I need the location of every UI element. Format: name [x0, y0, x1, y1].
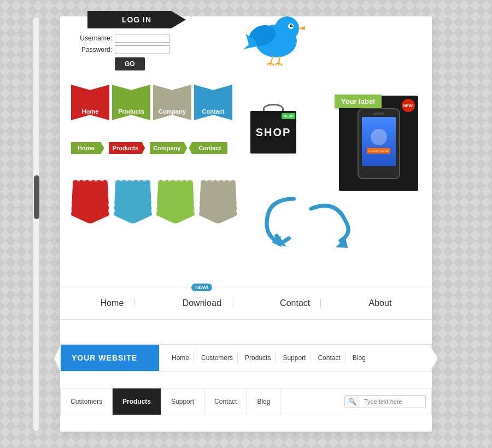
shop-section: SHOP NEW! — [249, 101, 298, 158]
website-nav-support[interactable]: Support — [278, 352, 311, 363]
bottom-nav-products[interactable]: Products — [113, 388, 161, 415]
login-button-wrapper: LOG IN — [71, 11, 191, 28]
product-box: Your label NEW! CLICK HERE! — [339, 85, 421, 191]
nav-flat-company[interactable]: Company — [147, 142, 187, 154]
password-input[interactable] — [115, 45, 169, 54]
bottom-nav-blog[interactable]: Blog — [247, 388, 280, 415]
shop-label: SHOP — [256, 126, 291, 139]
shop-new-badge: NEW! — [282, 113, 295, 119]
svg-point-2 — [275, 16, 299, 40]
product-box-body: NEW! CLICK HERE! — [339, 96, 418, 191]
scrollbar-thumb[interactable] — [34, 175, 39, 219]
svg-line-15 — [279, 63, 283, 66]
horiz-nav-about[interactable]: About — [358, 296, 403, 311]
website-nav-blog[interactable]: Blog — [348, 352, 370, 363]
product-ribbon: Your label — [335, 95, 382, 108]
login-button[interactable]: LOG IN — [87, 11, 186, 28]
download-label: Download — [183, 298, 221, 308]
bottom-nav-support[interactable]: Support — [161, 388, 204, 415]
website-nav-home[interactable]: Home — [167, 352, 194, 363]
pocket-tab-1[interactable] — [71, 180, 109, 224]
website-nav-products[interactable]: Products — [241, 352, 276, 363]
search-icon-button[interactable]: 🔍 — [345, 396, 360, 408]
nav-bookmark-company[interactable]: Company — [153, 85, 191, 120]
left-fold — [54, 345, 61, 372]
pocket-tabs — [71, 180, 237, 224]
login-form: Username: Password: GO — [77, 34, 191, 70]
bottom-nav: Customers Products Support Contact Blog … — [60, 388, 432, 415]
nav-flat-home[interactable]: Home — [71, 142, 104, 154]
phone-screen: CLICK HERE! — [362, 117, 396, 166]
website-nav-customers[interactable]: Customers — [197, 352, 238, 363]
search-input[interactable] — [360, 396, 425, 407]
go-button[interactable]: GO — [115, 57, 145, 70]
bottom-nav-customers[interactable]: Customers — [61, 388, 113, 415]
website-nav-contact[interactable]: Contact — [313, 352, 345, 363]
new-starburst: NEW! — [402, 99, 415, 112]
twitter-bird — [241, 5, 306, 66]
username-label: Username: — [77, 34, 112, 42]
click-here-label[interactable]: CLICK HERE! — [367, 148, 391, 154]
download-new-badge: NEW! — [191, 284, 212, 291]
scrollbar-track[interactable] — [33, 16, 39, 432]
svg-marker-6 — [298, 26, 305, 30]
pocket-tab-3[interactable] — [156, 180, 195, 224]
nav-bookmark-products[interactable]: Products — [112, 85, 150, 120]
nav-bookmarks: Home Products Company Contact — [71, 85, 232, 120]
arrows-icon — [257, 186, 355, 251]
password-label: Password: — [77, 46, 112, 54]
username-field: Username: — [77, 34, 191, 43]
phone-mockup: CLICK HERE! — [358, 108, 400, 179]
svg-point-4 — [290, 25, 293, 27]
nav-flat-products[interactable]: Products — [106, 142, 145, 154]
bottom-nav-search: 🔍 — [344, 395, 426, 408]
nav-bookmark-home[interactable]: Home — [71, 85, 109, 120]
svg-line-9 — [267, 63, 271, 64]
password-field: Password: — [77, 45, 191, 54]
bird-icon — [241, 5, 306, 66]
horiz-nav-home[interactable]: Home — [90, 296, 135, 311]
website-bar: YOUR WEBSITE Home Customers Products Sup… — [60, 344, 432, 372]
horiz-nav: Home Download NEW! Contact About — [60, 287, 432, 320]
shop-bag-body: SHOP NEW! — [250, 111, 296, 154]
rotation-arrows — [257, 186, 366, 251]
svg-line-13 — [275, 63, 279, 64]
username-input[interactable] — [115, 34, 169, 43]
shop-bag: SHOP NEW! — [249, 101, 298, 158]
horiz-nav-contact[interactable]: Contact — [269, 296, 321, 311]
nav-flat: Home Products Company Contact — [71, 142, 227, 154]
bottom-nav-contact[interactable]: Contact — [204, 388, 247, 415]
nav-bookmark-contact[interactable]: Contact — [194, 85, 232, 120]
horiz-nav-download[interactable]: Download NEW! — [172, 296, 232, 311]
svg-line-11 — [271, 63, 274, 66]
pocket-tab-2[interactable] — [114, 180, 152, 224]
website-nav-links: Home Customers Products Support Contact … — [159, 352, 378, 363]
login-section: LOG IN Username: Password: GO — [71, 11, 191, 70]
website-logo[interactable]: YOUR WEBSITE — [61, 345, 159, 371]
pocket-tab-4[interactable] — [199, 180, 237, 224]
right-fold — [431, 347, 438, 369]
nav-flat-contact[interactable]: Contact — [189, 142, 227, 154]
svg-point-5 — [291, 25, 292, 26]
